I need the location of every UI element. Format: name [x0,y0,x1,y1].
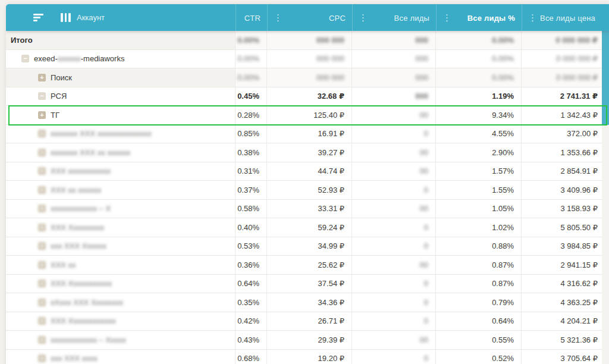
cell-ctr: 0.35% [236,293,267,312]
column-header-ctr[interactable]: CTR [236,4,267,31]
cell-pct: 1.55% [436,181,522,200]
cell-account: +XXX Xxxxxxxxx [6,218,236,237]
row-name: xxxxxxx XXX xxxxxxxxxxxxxx [51,129,152,138]
row-name: РСЯ [51,92,67,101]
cell-account: −РСЯ [6,87,236,106]
column-header-pct[interactable]: ⋮Все лиды % [436,4,522,31]
expand-icon[interactable]: + [38,280,46,287]
table-row[interactable]: +XXX Xxxxxxxxxxx0.64%37.54 ₽00.87%4 316.… [6,275,609,294]
cell-pct: 9.34% [436,106,522,125]
column-label: CTR [244,13,260,22]
columns-icon[interactable] [61,13,71,22]
cell-cost: 0 000 000 ₽ [522,31,602,50]
cell-cost: 4 363.25 ₽ [522,293,602,312]
cell-leads: 0 [352,350,436,364]
row-name: xXxxx XXX Xxxxxxxx [51,298,123,307]
table-row[interactable]: +Поиск0.00%000 0000000.00%0 000 000 ₽ [6,68,609,87]
cell-account: −exeed-xxxxxx-mediaworks [6,50,236,69]
table-header: Аккаунт CTR⋮CPC⋮Все лиды⋮Все лиды %⋮Все … [6,4,609,31]
cell-leads: 0 [352,237,436,256]
scrollbar-track[interactable] [602,31,609,364]
account-column-label: Аккаунт [77,13,105,22]
expand-icon[interactable]: + [38,224,46,231]
row-name: XXX Xxxxxxxxxxxx [51,316,116,325]
cell-leads: 0 [352,293,436,312]
cell-cpc: 37.54 ₽ [267,275,352,294]
table-row[interactable]: +xxxxxxxxxxxx – Xxxxx0.43%29.39 ₽000.55%… [6,331,609,350]
column-label: Все лиды [394,13,429,22]
cell-cpc: 25.62 ₽ [267,256,352,275]
column-header-account[interactable]: Аккаунт [6,4,236,31]
scrollbar-thumb[interactable] [602,31,609,125]
table-row[interactable]: +xXxxx XXX Xxxxxxxx0.35%34.36 ₽00.79%4 3… [6,293,609,312]
cell-ctr: 0.36% [236,256,267,275]
row-name: ТГ [51,111,59,120]
column-menu-icon[interactable]: ⋮ [528,14,536,22]
table-row[interactable]: +XXX Xxxxxxxxxxxx0.42%26.71 ₽00.64%4 204… [6,312,609,331]
table-row[interactable]: +XXX xx0.36%25.62 ₽000.87%2 941.15 ₽ [6,256,609,275]
cell-pct: 1.57% [436,162,522,181]
expand-icon[interactable]: + [38,167,46,175]
row-name: xxxxxxx XXX xx xxxxxx [51,148,130,157]
cell-cpc: 59.24 ₽ [267,218,352,237]
cell-cpc: 29.39 ₽ [267,331,352,350]
table-body: Итого0.00%000 0000000.00%0 000 000 ₽−exe… [6,31,609,364]
cell-leads: 00 [352,200,436,219]
cell-account: +Поиск [6,68,236,87]
collapse-icon[interactable]: − [38,92,46,100]
cell-pct: 0.52% [436,350,522,364]
column-menu-icon[interactable]: ⋮ [359,14,367,22]
expand-icon[interactable]: + [38,130,46,137]
column-header-cost[interactable]: ⋮Все лиды цена [522,4,602,31]
column-menu-icon[interactable]: ⋮ [274,14,282,22]
table-row[interactable]: +XXX Xxxxxxxxx0.40%59.24 ₽01.02%5 805.50… [6,218,609,237]
expand-icon[interactable]: + [38,111,46,119]
column-header-leads[interactable]: ⋮Все лиды [352,4,436,31]
cell-ctr: 0.58% [236,200,267,219]
cell-ctr: 0.00% [236,50,267,69]
table-row[interactable]: +XXX xx xxxxxx0.37%52.93 ₽01.55%3 409.96… [6,181,609,200]
expand-icon[interactable]: + [38,317,46,325]
table-row[interactable]: −exeed-xxxxxx-mediaworks0.00%000 0000000… [6,50,609,69]
table-row[interactable]: +xxxxxxxxxxxx – X0.58%33.31 ₽001.05%3 15… [6,200,609,219]
table-row[interactable]: +xxx XXX Xxxxxx0.53%34.99 ₽00.88%3 984.8… [6,237,609,256]
cell-cpc: 33.31 ₽ [267,200,352,219]
cell-cost: 1 342.43 ₽ [522,106,602,125]
collapse-icon[interactable]: − [21,55,29,62]
cell-account: Итого [6,31,236,50]
expand-icon[interactable]: + [38,205,46,212]
expand-icon[interactable]: + [38,299,46,306]
cell-account: +xxxxxxxxxxxx – X [6,200,236,219]
cell-ctr: 0.85% [236,125,267,144]
cell-ctr: 0.68% [236,350,267,364]
cell-cost: 1 353.66 ₽ [522,143,602,162]
cell-cost: 5 805.50 ₽ [522,218,602,237]
table-row[interactable]: Итого0.00%000 0000000.00%0 000 000 ₽ [6,31,609,50]
column-header-cpc[interactable]: ⋮CPC [267,4,352,31]
cell-ctr: 0.00% [236,68,267,87]
column-menu-icon[interactable]: ⋮ [442,14,451,22]
cell-cost: 0 000 000 ₽ [522,50,602,69]
table-row[interactable]: +ТГ0.28%125.40 ₽009.34%1 342.43 ₽ [6,106,609,125]
row-name: xxx XXX xxxx [51,354,98,363]
cell-leads: 000 [352,50,436,69]
expand-icon[interactable]: + [38,149,46,156]
expand-icon[interactable]: + [38,242,46,250]
cell-pct: 0.00% [436,68,522,87]
filter-icon[interactable] [33,14,43,21]
cell-cpc: 125.40 ₽ [267,106,352,125]
expand-icon[interactable]: + [38,74,46,81]
table-row[interactable]: +XXX xxxxxxxxxxx0.31%44.74 ₽001.57%2 854… [6,162,609,181]
table-row[interactable]: +xxx XXX xxxx0.68%19.20 ₽00.52%3 705.64 … [6,350,609,364]
table-row[interactable]: +xxxxxxx XXX xxxxxxxxxxxxxx0.85%16.91 ₽0… [6,125,609,144]
cell-cpc: 000 000 [267,68,352,87]
cell-account: +XXX xx xxxxxx [6,181,236,200]
expand-icon[interactable]: + [38,336,46,344]
cell-cpc: 44.74 ₽ [267,162,352,181]
row-name: Итого [11,36,33,45]
table-row[interactable]: −РСЯ0.45%32.68 ₽0001.19%2 741.31 ₽ [6,87,609,106]
expand-icon[interactable]: + [38,354,46,362]
table-row[interactable]: +xxxxxxx XXX xx xxxxxx0.38%39.27 ₽002.90… [6,143,609,162]
expand-icon[interactable]: + [38,186,46,194]
expand-icon[interactable]: + [38,261,46,269]
